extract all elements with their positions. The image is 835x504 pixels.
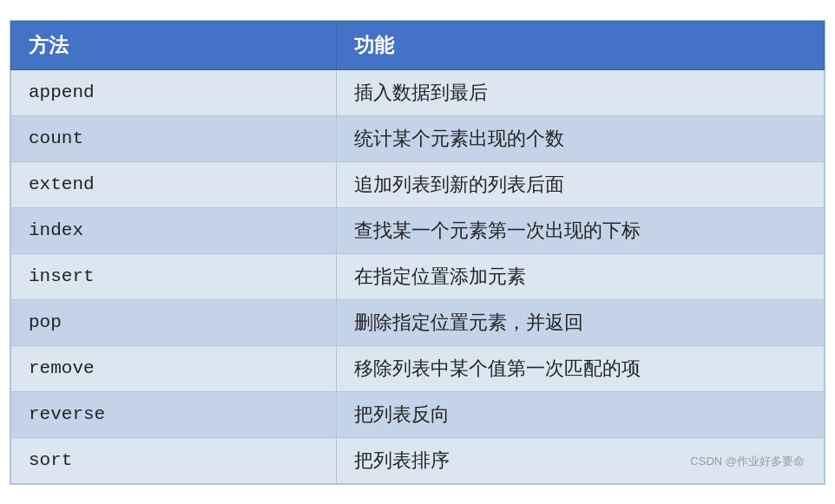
table-row: extend追加列表到新的列表后面 [11, 161, 825, 207]
table-row: append插入数据到最后 [11, 69, 825, 115]
table-row: count统计某个元素出现的个数 [11, 115, 825, 161]
table-row: insert在指定位置添加元素 [11, 253, 825, 299]
description-cell: 追加列表到新的列表后面 [336, 161, 824, 207]
description-cell: 把列表反向 [336, 391, 824, 437]
table-wrapper: 方法 功能 append插入数据到最后count统计某个元素出现的个数exten… [10, 20, 825, 485]
table-row: remove移除列表中某个值第一次匹配的项 [11, 345, 825, 391]
method-cell: count [11, 115, 337, 161]
table-header-row: 方法 功能 [11, 21, 825, 69]
method-cell: pop [11, 299, 337, 345]
table-container: 方法 功能 append插入数据到最后count统计某个元素出现的个数exten… [10, 20, 825, 485]
description-cell: 查找某一个元素第一次出现的下标 [336, 207, 824, 253]
table-row: reverse把列表反向 [11, 391, 825, 437]
col-header-method: 方法 [11, 21, 337, 69]
method-cell: append [11, 69, 337, 115]
table-row: pop删除指定位置元素，并返回 [11, 299, 825, 345]
description-cell: 统计某个元素出现的个数 [336, 115, 824, 161]
description-cell: 在指定位置添加元素 [336, 253, 824, 299]
methods-table: 方法 功能 append插入数据到最后count统计某个元素出现的个数exten… [10, 21, 825, 484]
table-body: append插入数据到最后count统计某个元素出现的个数extend追加列表到… [11, 69, 825, 483]
description-cell: 删除指定位置元素，并返回 [336, 299, 824, 345]
method-cell: extend [11, 161, 337, 207]
description-cell: 插入数据到最后 [336, 69, 824, 115]
description-cell: 移除列表中某个值第一次匹配的项 [336, 345, 824, 391]
method-cell: sort [11, 437, 337, 483]
watermark: CSDN @作业好多要命 [690, 454, 805, 469]
method-cell: index [11, 207, 337, 253]
method-cell: remove [11, 345, 337, 391]
method-cell: insert [11, 253, 337, 299]
table-row: index查找某一个元素第一次出现的下标 [11, 207, 825, 253]
col-header-function: 功能 [336, 21, 824, 69]
method-cell: reverse [11, 391, 337, 437]
